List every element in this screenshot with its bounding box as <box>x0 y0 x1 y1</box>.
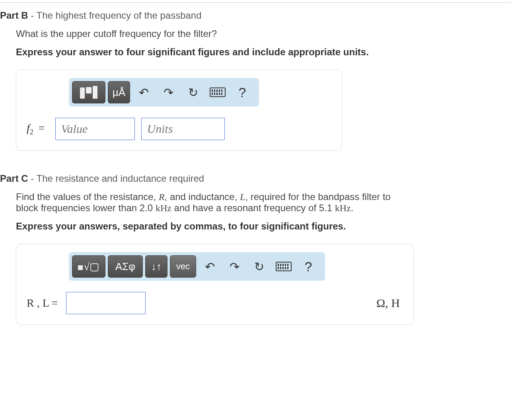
part-c-answer-box: √▢ ΑΣφ ↓↑ vec ↶ ↷ ↻ <box>16 244 414 325</box>
reset-button[interactable]: ↻ <box>182 81 204 103</box>
keyboard-button[interactable] <box>273 255 295 278</box>
reset-icon: ↻ <box>188 86 198 99</box>
undo-icon: ↶ <box>205 260 215 274</box>
part-c-variable: R , L = <box>25 297 60 309</box>
reset-icon: ↻ <box>254 260 264 274</box>
keyboard-icon <box>276 262 292 271</box>
pc-t4: and have a resonant frequency of 5.1 <box>171 202 335 213</box>
greek-button[interactable]: ΑΣφ <box>108 255 143 278</box>
part-b-body: What is the upper cutoff frequency for t… <box>0 28 414 151</box>
pc-khz2: kHz <box>335 203 351 213</box>
pc-t1: Find the values of the resistance, <box>16 191 159 202</box>
divider-top <box>0 2 511 3</box>
reset-button[interactable]: ↻ <box>248 255 270 278</box>
undo-icon: ↶ <box>139 86 149 99</box>
redo-icon: ↷ <box>164 86 173 99</box>
greek-label: ΑΣφ <box>115 261 135 273</box>
part-c-toolbar: √▢ ΑΣφ ↓↑ vec ↶ ↷ ↻ <box>69 252 325 281</box>
vec-button[interactable]: vec <box>170 255 196 278</box>
templates-button[interactable] <box>72 81 105 103</box>
keyboard-button[interactable] <box>206 81 229 103</box>
templates-button[interactable]: √▢ <box>72 255 105 278</box>
part-b-prompt: What is the upper cutoff frequency for t… <box>16 28 414 39</box>
help-button[interactable]: ? <box>297 255 319 278</box>
redo-button[interactable]: ↷ <box>223 255 245 278</box>
part-b-label: Part B <box>0 10 28 21</box>
redo-icon: ↷ <box>230 260 240 274</box>
pc-t5: . <box>351 202 354 213</box>
templates-icon: √▢ <box>78 261 99 273</box>
var-sub: 2 <box>30 128 33 136</box>
super-sub-icon: ↓↑ <box>151 261 162 273</box>
part-b-answer-line: f2 = <box>25 118 333 140</box>
part-b-header: Part B - The highest frequency of the pa… <box>0 10 511 21</box>
rl-value-input[interactable] <box>66 292 146 314</box>
help-button[interactable]: ? <box>231 81 253 103</box>
part-c-instruction: Express your answers, separated by comma… <box>16 221 414 232</box>
var-f: f <box>27 122 30 134</box>
part-b-dash: - <box>28 10 37 21</box>
units-menu-button[interactable]: µÅ <box>108 81 130 103</box>
vec-label: vec <box>176 261 190 272</box>
help-icon: ? <box>305 259 312 274</box>
templates-icon <box>80 86 97 99</box>
part-b-title: The highest frequency of the passband <box>37 10 202 21</box>
part-c-dash: - <box>28 173 37 184</box>
pc-R: R <box>159 192 165 202</box>
pc-L: L <box>240 192 245 202</box>
part-c-answer-line: R , L = Ω, H <box>25 292 405 314</box>
help-icon: ? <box>239 85 246 100</box>
undo-button[interactable]: ↶ <box>199 255 221 278</box>
pc-t2: , and inductance, <box>165 191 240 202</box>
part-b-toolbar: µÅ ↶ ↷ ↻ ? <box>69 78 259 107</box>
var-eq: = <box>33 122 47 134</box>
keyboard-icon <box>210 88 226 97</box>
units-input[interactable] <box>141 118 225 140</box>
part-c-title: The resistance and inductance required <box>37 173 204 184</box>
part-b-instruction: Express your answer to four significant … <box>16 47 414 58</box>
part-c-label: Part C <box>0 173 28 184</box>
value-input[interactable] <box>55 118 135 140</box>
undo-button[interactable]: ↶ <box>132 81 155 103</box>
part-c-body: Find the values of the resistance, R, an… <box>0 191 414 325</box>
part-b-answer-box: µÅ ↶ ↷ ↻ ? f2 = <box>16 70 342 151</box>
pc-khz1: kHz <box>156 203 171 213</box>
units-menu-label: µÅ <box>113 86 125 99</box>
part-c-prompt: Find the values of the resistance, R, an… <box>16 191 414 214</box>
part-c-units-trail: Ω, H <box>376 296 405 310</box>
part-c-header: Part C - The resistance and inductance r… <box>0 173 511 184</box>
redo-button[interactable]: ↷ <box>157 81 179 103</box>
part-b-variable: f2 = <box>25 122 49 136</box>
super-sub-button[interactable]: ↓↑ <box>145 255 167 278</box>
